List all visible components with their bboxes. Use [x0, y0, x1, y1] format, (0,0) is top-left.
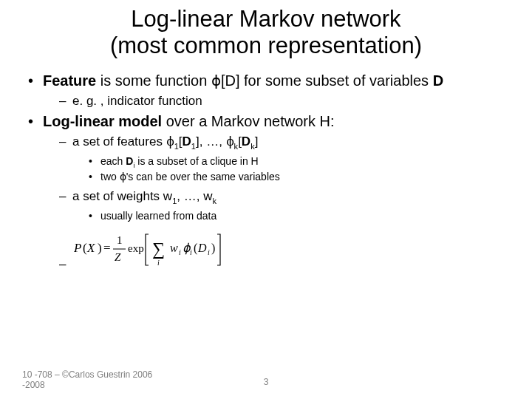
svg-text:X: X — [86, 241, 95, 255]
bullet-weights: – a set of weights w1, …, wk — [59, 188, 510, 206]
text: a set of features ϕ — [72, 134, 174, 149]
bullet-clique-subset: • each Di is a subset of a clique in H — [89, 154, 510, 171]
text: two ϕ's can be over the same variables — [100, 170, 280, 183]
text: each — [100, 155, 126, 167]
svg-text:): ) — [98, 241, 102, 255]
title-line-2: (most common representation) — [110, 33, 422, 58]
bullet-features-set: – a set of features ϕ1[D1], …, ϕk[Dk] — [59, 134, 510, 151]
formula-image: P ( X ) = 1 Z exp — [74, 230, 236, 272]
bullet-learned-from-data: • usually learned from data — [89, 209, 510, 222]
svg-text:): ) — [211, 242, 215, 255]
text: , …, w — [177, 189, 212, 203]
slide-footer: 10 -708 – ©Carlos Guestrin 2006 -2008 3 — [22, 369, 510, 390]
bullet-loglinear: • Log-linear model over a Markov network… — [28, 112, 510, 131]
svg-text:Z: Z — [115, 251, 121, 263]
text: D — [242, 134, 250, 149]
content-list: • Feature is some function ϕ[D] for some… — [22, 72, 510, 272]
svg-text:=: = — [103, 241, 111, 255]
svg-text:1: 1 — [117, 234, 123, 246]
svg-text:D: D — [197, 242, 207, 254]
text: D — [183, 134, 191, 149]
bullet-icon: • — [89, 209, 100, 222]
dash-icon: – — [59, 134, 72, 149]
title-line-1: Log-linear Markov network — [131, 6, 400, 32]
text: is a subset of a clique in H — [134, 155, 258, 167]
svg-text:i: i — [208, 248, 210, 256]
svg-text:exp: exp — [128, 242, 144, 254]
bullet-indicator: – e. g. , indicator function — [59, 93, 510, 109]
svg-text:i: i — [179, 248, 181, 256]
text: usually learned from data — [100, 209, 216, 222]
text: ], …, ϕ — [196, 134, 234, 149]
bullet-formula: – P ( X ) = 1 — [59, 227, 510, 272]
bullet-icon: • — [28, 72, 43, 90]
svg-text:(: ( — [194, 242, 197, 255]
text: D — [433, 72, 443, 89]
bullet-icon: • — [89, 170, 100, 183]
text: D — [126, 155, 133, 167]
dash-icon: – — [59, 256, 72, 272]
text: Feature — [43, 72, 96, 89]
bullet-icon: • — [28, 112, 43, 131]
text: e. g. , indicator function — [72, 93, 202, 109]
text: 10 -708 – ©Carlos Guestrin 2006 — [22, 369, 152, 380]
bullet-icon: • — [89, 154, 100, 168]
bullet-same-vars: • two ϕ's can be over the same variables — [89, 170, 510, 183]
svg-text:P: P — [74, 241, 81, 255]
svg-text:∑: ∑ — [152, 239, 165, 259]
svg-text:i: i — [190, 248, 192, 256]
text: is some function ϕ[D] for some subset of… — [96, 72, 432, 89]
dash-icon: – — [59, 188, 72, 204]
text: a set of weights w — [72, 189, 172, 203]
text: ] — [255, 134, 259, 149]
dash-icon: – — [59, 93, 72, 109]
svg-text:i: i — [157, 259, 160, 267]
text: Log-linear model — [43, 113, 162, 129]
text: over a Markov network H: — [162, 113, 334, 129]
svg-text:w: w — [170, 242, 178, 254]
slide-title: Log-linear Markov network (most common r… — [22, 6, 510, 58]
page-number: 3 — [264, 377, 269, 387]
text: -2008 — [22, 380, 45, 390]
bullet-feature: • Feature is some function ϕ[D] for some… — [28, 72, 510, 90]
